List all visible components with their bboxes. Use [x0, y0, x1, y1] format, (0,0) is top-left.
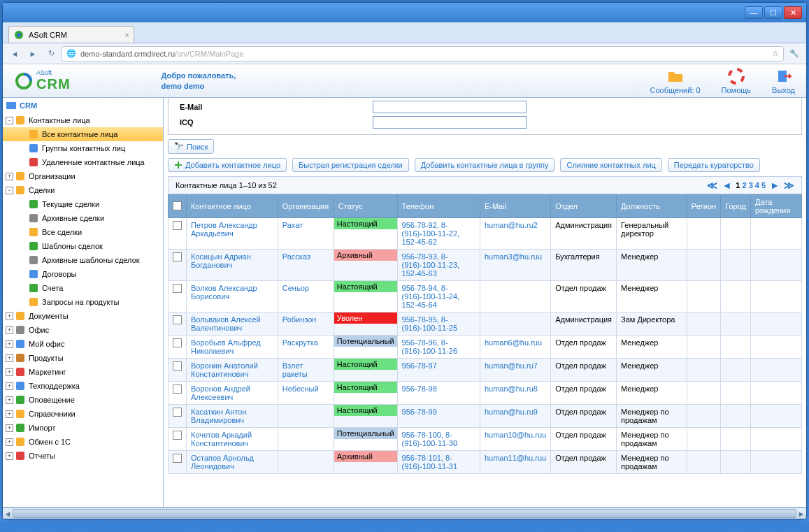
pager-page[interactable]: 5 [761, 181, 766, 189]
row-checkbox[interactable] [173, 431, 182, 440]
tree-item[interactable]: Шаблоны сделок [3, 239, 163, 253]
tree-item[interactable]: +Оповещение [3, 393, 163, 407]
tree-toggle-icon[interactable]: + [6, 396, 13, 404]
tree-toggle-icon[interactable]: + [6, 452, 13, 460]
tree-toggle-icon[interactable]: + [6, 340, 13, 348]
phone-link[interactable]: 956-78-92, 8-(916)-100-11-22, 152-45-62 [402, 221, 460, 246]
scroll-left-icon[interactable]: ◄ [3, 508, 13, 519]
help-link[interactable]: Помощь [722, 68, 752, 94]
pager-page[interactable]: 3 [749, 181, 753, 189]
minimize-button[interactable]: — [745, 6, 763, 19]
column-header[interactable]: E-Mail [480, 195, 550, 218]
org-link[interactable]: Робинзон [282, 315, 317, 324]
tree-item[interactable]: -Сделки [3, 183, 163, 197]
tree-item[interactable]: Текущие сделки [3, 197, 163, 211]
phone-link[interactable]: 956-78-95, 8-(916)-100-11-25 [402, 315, 458, 332]
contact-link[interactable]: Петров Александр Аркадьевич [191, 221, 257, 238]
org-link[interactable]: Небесный [282, 384, 319, 393]
quick-deal-button[interactable]: Быстрая регистрация сделки [292, 158, 409, 172]
maximize-button[interactable]: ☐ [764, 6, 782, 19]
email-link[interactable]: human@hu.ru9 [485, 408, 538, 416]
tree-item[interactable]: +Маркетинг [3, 365, 163, 379]
url-bar[interactable]: 🌐 demo-standard.crmdirect.ru/srv/CRM/Mai… [62, 46, 784, 62]
tab-close-icon[interactable]: × [125, 31, 129, 39]
tree-item[interactable]: +Организации [3, 169, 163, 183]
browser-tab[interactable]: ASoft CRM × [8, 26, 134, 43]
email-link[interactable]: human10@hu.ruu [485, 431, 546, 439]
tree-toggle-icon[interactable]: + [6, 382, 13, 390]
contact-link[interactable]: Остапов Арнольд Леонидович [191, 454, 254, 470]
contact-link[interactable]: Воронов Андрей Алексеевич [191, 384, 250, 401]
pager-next-icon[interactable]: ► [770, 180, 780, 191]
add-to-group-button[interactable]: Добавить контактные лица в группу [415, 158, 555, 172]
row-checkbox[interactable] [173, 454, 182, 463]
contact-link[interactable]: Касаткин Антон Владимирович [191, 408, 247, 424]
row-checkbox[interactable] [173, 361, 182, 371]
row-checkbox[interactable] [173, 284, 182, 293]
transfer-button[interactable]: Передать кураторство [668, 158, 760, 172]
column-header[interactable]: Отдел [551, 195, 617, 218]
tree-toggle-icon[interactable]: + [6, 368, 13, 376]
tree-item[interactable]: +Отчеты [3, 449, 163, 463]
tree-toggle-icon[interactable]: + [6, 326, 13, 334]
icq-input[interactable] [373, 116, 527, 129]
tree-item[interactable]: +Техподдержка [3, 379, 163, 393]
org-link[interactable]: Рассказ [282, 252, 310, 261]
email-link[interactable]: human@hu.ru8 [485, 384, 538, 393]
column-header[interactable]: Город [721, 195, 751, 218]
tree-item[interactable]: Все контактные лица [3, 127, 163, 141]
org-link[interactable]: Рахат [282, 221, 303, 229]
column-header[interactable]: Телефон [397, 195, 480, 218]
phone-link[interactable]: 956-78-101, 8-(916)-100-11-31 [402, 454, 458, 470]
merge-button[interactable]: Слияние контактных лиц [560, 158, 661, 172]
column-header[interactable]: Должность [617, 195, 687, 218]
tree-item[interactable]: +Обмен с 1С [3, 435, 163, 449]
row-checkbox[interactable] [173, 252, 182, 261]
email-link[interactable]: human11@hu.ruu [485, 454, 546, 462]
email-link[interactable]: human6@hu.ruu [485, 338, 542, 347]
tree-item[interactable]: Запросы на продукты [3, 295, 163, 309]
phone-link[interactable]: 956-78-99 [402, 408, 437, 416]
tree-toggle-icon[interactable]: + [6, 354, 13, 362]
pager-last-icon[interactable]: ≫ [784, 180, 794, 191]
pager-first-icon[interactable]: ≪ [707, 180, 717, 191]
contact-link[interactable]: Косицын Адриан Богданович [191, 252, 251, 269]
tree-toggle-icon[interactable]: + [6, 173, 13, 180]
reload-button[interactable]: ↻ [43, 46, 59, 62]
phone-link[interactable]: 956-78-97 [402, 361, 437, 370]
tree-toggle-icon[interactable]: - [6, 117, 13, 124]
tree-toggle-icon[interactable]: + [6, 410, 13, 418]
tree-item[interactable]: Договоры [3, 267, 163, 281]
tree-item[interactable]: Архивные шаблоны сделок [3, 253, 163, 267]
contact-link[interactable]: Кочетов Аркадий Константинович [191, 431, 252, 447]
tree-item[interactable]: Группы контактных лиц [3, 141, 163, 155]
wrench-icon[interactable]: 🔧 [787, 46, 802, 62]
tree-toggle-icon[interactable]: + [6, 312, 13, 320]
tree-toggle-icon[interactable]: + [6, 424, 13, 432]
org-link[interactable]: Раскрутка [282, 338, 318, 347]
row-checkbox[interactable] [173, 315, 182, 324]
row-checkbox[interactable] [173, 338, 182, 347]
tree-item[interactable]: +Продукты [3, 351, 163, 365]
phone-link[interactable]: 956-78-98 [402, 384, 437, 393]
messages-link[interactable]: Сообщений: 0 [650, 68, 700, 94]
pager-page[interactable]: 1 [736, 181, 740, 189]
phone-link[interactable]: 956-78-96, 8-(916)-100-11-26 [402, 338, 458, 355]
tree-toggle-icon[interactable]: + [6, 438, 13, 446]
column-header[interactable]: Контактное лицо [187, 195, 278, 218]
contact-link[interactable]: Волков Александр Борисович [191, 284, 257, 301]
column-header[interactable]: Регион [687, 195, 720, 218]
email-link[interactable]: human@hu.ru7 [485, 361, 538, 370]
row-checkbox[interactable] [173, 384, 182, 394]
column-header[interactable]: Организация [278, 195, 334, 218]
horizontal-scrollbar[interactable]: ◄ ► [3, 508, 806, 519]
exit-link[interactable]: Выход [772, 68, 795, 94]
contact-link[interactable]: Воробьев Альфред Николаевич [191, 338, 261, 355]
column-header[interactable]: Статус [334, 195, 397, 218]
back-button[interactable]: ◄ [7, 46, 22, 62]
org-link[interactable]: Взлет ракеты [282, 361, 308, 378]
select-all-checkbox[interactable] [173, 201, 182, 210]
tree-item[interactable]: +Офис [3, 323, 163, 337]
row-checkbox[interactable] [173, 408, 182, 417]
contact-link[interactable]: Вольваков Алексей Валентинович [191, 315, 261, 332]
